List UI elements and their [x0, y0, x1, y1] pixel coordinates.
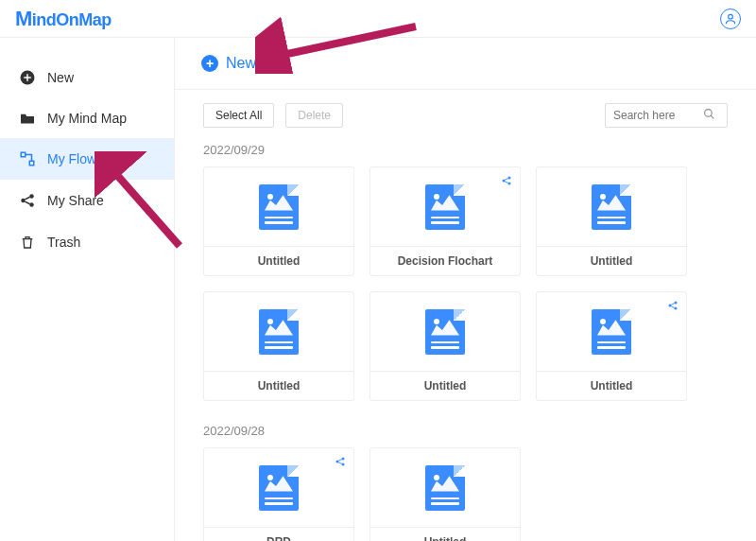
file-thumbnail	[537, 167, 686, 247]
delete-button[interactable]: Delete	[285, 103, 343, 128]
file-title: Untitled	[204, 372, 353, 400]
share-badge-icon	[335, 454, 346, 471]
file-thumbnail	[370, 448, 520, 528]
file-card[interactable]: DRD	[203, 447, 354, 541]
plus-circle-icon	[19, 69, 36, 86]
svg-rect-3	[29, 161, 34, 166]
svg-point-7	[705, 110, 713, 117]
file-card[interactable]: Untitled	[536, 166, 687, 276]
file-grid: Untitled Decision Flochart Untitled Unti…	[175, 166, 756, 418]
file-title: Untitled	[370, 528, 520, 541]
file-title: Untitled	[204, 247, 353, 275]
toolbar: Select All Delete	[175, 90, 756, 137]
svg-point-10	[508, 183, 511, 185]
file-card[interactable]: Untitled	[369, 291, 521, 401]
new-button-label: New	[226, 55, 256, 72]
sidebar-item-label: My Mind Map	[47, 111, 127, 126]
svg-point-6	[29, 202, 34, 207]
svg-point-9	[508, 177, 511, 180]
sidebar-item-label: My Share	[47, 193, 104, 208]
sidebar-item-flowchart[interactable]: My Flow Chart	[0, 138, 174, 180]
new-button[interactable]: + New	[201, 55, 256, 72]
sidebar-item-new[interactable]: New	[0, 57, 174, 98]
file-title: Untitled	[537, 372, 686, 400]
share-badge-icon	[501, 173, 512, 190]
file-title: DRD	[204, 528, 353, 541]
file-thumbnail	[537, 292, 686, 372]
svg-point-15	[342, 458, 345, 461]
svg-point-12	[675, 302, 678, 305]
file-thumbnail	[370, 292, 520, 372]
svg-point-13	[675, 307, 678, 310]
file-card[interactable]: Untitled	[369, 447, 521, 541]
sidebar: New My Mind Map My Flow Chart My Share T…	[0, 38, 175, 541]
logo: MMindOnMapindOnMap	[15, 7, 112, 31]
folder-icon	[19, 112, 36, 125]
file-title: Untitled	[370, 372, 520, 400]
file-card[interactable]: Untitled	[203, 291, 354, 401]
sidebar-item-label: My Flow Chart	[47, 151, 132, 166]
user-icon	[724, 12, 737, 26]
profile-avatar[interactable]	[720, 9, 741, 29]
svg-point-0	[729, 14, 733, 19]
svg-point-16	[342, 463, 345, 466]
file-thumbnail	[204, 292, 353, 372]
file-card[interactable]: Untitled	[203, 166, 354, 276]
svg-point-4	[21, 199, 26, 203]
file-title: Decision Flochart	[370, 247, 520, 275]
svg-point-8	[503, 180, 506, 183]
file-thumbnail	[204, 448, 353, 528]
trash-icon	[19, 234, 36, 251]
date-label: 2022/09/29	[175, 137, 756, 166]
sidebar-item-label: New	[47, 70, 74, 85]
topbar: MMindOnMapindOnMap	[0, 0, 756, 38]
search-box[interactable]	[605, 103, 728, 128]
svg-rect-2	[21, 152, 26, 157]
file-card[interactable]: Untitled	[536, 291, 687, 401]
sidebar-item-trash[interactable]: Trash	[0, 221, 174, 263]
search-icon	[703, 107, 715, 124]
plus-icon: +	[201, 55, 218, 72]
select-all-button[interactable]: Select All	[203, 103, 274, 128]
file-card[interactable]: Decision Flochart	[369, 166, 521, 276]
sidebar-item-mindmap[interactable]: My Mind Map	[0, 98, 174, 138]
file-thumbnail	[370, 167, 520, 247]
share-badge-icon	[667, 298, 679, 315]
file-thumbnail	[204, 167, 353, 247]
svg-point-11	[669, 305, 672, 307]
date-label: 2022/09/28	[175, 418, 756, 447]
content-area: + New Select All Delete 2022/09/29 Untit…	[175, 38, 756, 541]
file-grid: DRD Untitled	[175, 447, 756, 541]
share-icon	[19, 192, 36, 209]
file-title: Untitled	[537, 247, 686, 275]
svg-point-5	[29, 194, 34, 199]
svg-point-14	[336, 461, 339, 463]
sidebar-item-share[interactable]: My Share	[0, 180, 174, 221]
search-input[interactable]	[613, 109, 703, 122]
sidebar-item-label: Trash	[47, 235, 80, 250]
flowchart-icon	[19, 150, 36, 167]
